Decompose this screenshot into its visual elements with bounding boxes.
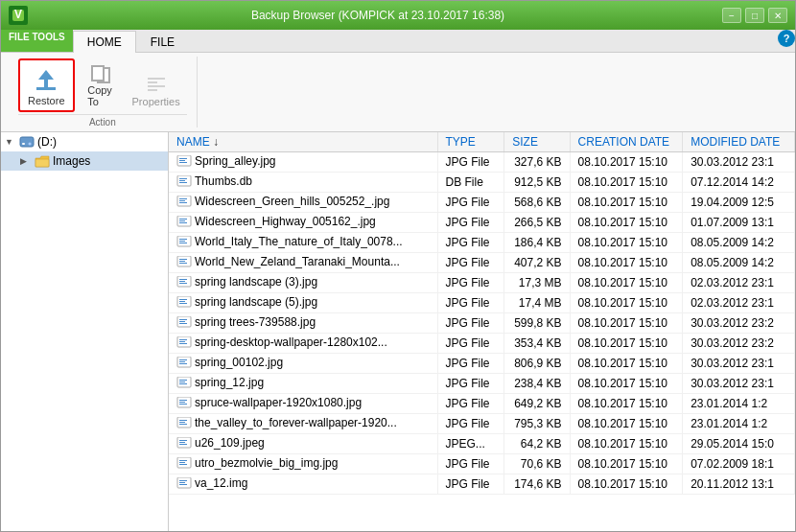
close-button[interactable]: ✕ (768, 8, 787, 23)
tab-file[interactable]: FILE (136, 31, 189, 53)
ribbon: FILE TOOLS HOME FILE ? (1, 30, 795, 132)
cell-name: the_valley_to_forever-wallpaper-1920... (169, 414, 437, 434)
cell-size: 186,4 KB (504, 233, 570, 253)
table-row[interactable]: World_Italy_The_nature_of_Italy_0078... … (169, 233, 795, 253)
table-row[interactable]: spring_00102.jpg JPG File806,9 KB08.10.2… (169, 354, 795, 374)
copy-to-button[interactable]: CopyTo (79, 57, 122, 112)
cell-name: spring trees-739588.jpg (169, 313, 437, 334)
cell-size: 70,6 KB (504, 454, 570, 474)
folder-icon (35, 153, 50, 169)
table-row[interactable]: Widescreen_Green_hills_005252_.jpg JPG F… (169, 193, 795, 213)
cell-name: u26_109.jpeg (169, 434, 437, 454)
col-header-creation[interactable]: CREATION DATE (570, 132, 683, 152)
svg-rect-49 (179, 363, 187, 364)
sidebar-item-images[interactable]: ▶ Images (1, 151, 168, 171)
table-row[interactable]: spring landscape (5).jpg JPG File17,4 MB… (169, 293, 795, 313)
svg-rect-68 (179, 462, 185, 463)
cell-type: JPG File (437, 273, 504, 293)
cell-name: spring landscape (3).jpg (169, 273, 437, 293)
svg-rect-24 (179, 241, 185, 242)
svg-rect-12 (179, 180, 185, 181)
table-row[interactable]: spring-desktop-wallpaper-1280x102... JPG… (169, 334, 795, 354)
maximize-button[interactable]: □ (745, 8, 764, 23)
col-header-type[interactable]: TYPE (437, 132, 504, 152)
table-row[interactable]: u26_109.jpeg JPEG...64,2 KB08.10.2017 15… (169, 434, 795, 454)
cell-creation: 08.10.2017 15:10 (570, 293, 683, 313)
cell-type: JPEG... (437, 434, 504, 454)
help-button[interactable]: ? (778, 30, 795, 47)
ribbon-content: Restore CopyTo (1, 53, 795, 131)
table-row[interactable]: spring_12.jpg JPG File238,4 KB08.10.2017… (169, 374, 795, 394)
sidebar: ▼ (D:) ▶ Images (1, 132, 169, 532)
cell-creation: 08.10.2017 15:10 (570, 414, 683, 434)
table-row[interactable]: spring landscape (3).jpg JPG File17,3 MB… (169, 273, 795, 293)
table-row[interactable]: utro_bezmolvie_big_img.jpg JPG File70,6 … (169, 454, 795, 474)
restore-button[interactable]: Restore (18, 58, 75, 112)
cell-size: 599,8 KB (504, 313, 570, 334)
svg-rect-43 (179, 339, 187, 340)
ribbon-tabs: FILE TOOLS HOME FILE ? (1, 30, 795, 53)
cell-creation: 08.10.2017 15:10 (570, 152, 683, 173)
table-row[interactable]: va_12.img JPG File174,6 KB08.10.2017 15:… (169, 474, 795, 495)
main-area: ▼ (D:) ▶ Images (1, 132, 795, 532)
cell-creation: 08.10.2017 15:10 (570, 173, 683, 193)
cell-name: spruce-wallpaper-1920x1080.jpg (169, 394, 437, 414)
svg-rect-63 (179, 440, 187, 441)
properties-button[interactable]: Properties (126, 68, 187, 112)
table-row[interactable]: Spring_alley.jpg JPG File327,6 KB08.10.2… (169, 152, 795, 173)
properties-label: Properties (132, 96, 180, 107)
cell-name: World_New_Zeland_Taranaki_Mounta... (169, 253, 437, 273)
title-bar: V Backup Browser (KOMPICK at 23.10.2017 … (1, 1, 795, 30)
table-row[interactable]: Thumbs.db DB File912,5 KB08.10.2017 15:1… (169, 173, 795, 193)
ribbon-buttons: Restore CopyTo (18, 57, 187, 112)
table-row[interactable]: spruce-wallpaper-1920x1080.jpg JPG File6… (169, 394, 795, 414)
svg-rect-57 (179, 404, 187, 405)
svg-rect-31 (179, 279, 187, 280)
cell-creation: 08.10.2017 15:10 (570, 394, 683, 414)
copy-icon (88, 61, 111, 84)
sidebar-item-drive-d[interactable]: ▼ (D:) (1, 132, 168, 151)
svg-rect-65 (179, 444, 187, 445)
cell-creation: 08.10.2017 15:10 (570, 454, 683, 474)
file-tools-tab[interactable]: FILE TOOLS (1, 30, 73, 52)
minimize-button[interactable]: − (722, 8, 741, 23)
svg-rect-71 (179, 480, 187, 481)
copy-label: CopyTo (87, 84, 112, 107)
cell-type: JPG File (437, 474, 504, 495)
cell-modified: 30.03.2012 23:1 (683, 354, 795, 374)
cell-creation: 08.10.2017 15:10 (570, 213, 683, 233)
cell-name: Widescreen_Green_hills_005252_.jpg (169, 193, 437, 213)
svg-rect-45 (179, 343, 187, 344)
cell-modified: 08.05.2009 14:2 (683, 233, 795, 253)
cell-size: 912,5 KB (504, 173, 570, 193)
window-controls: − □ ✕ (722, 8, 787, 23)
cell-name: World_Italy_The_nature_of_Italy_0078... (169, 233, 437, 253)
svg-rect-9 (179, 162, 187, 163)
table-row[interactable]: spring trees-739588.jpg JPG File599,8 KB… (169, 313, 795, 334)
table-row[interactable]: World_New_Zeland_Taranaki_Mounta... JPG … (169, 253, 795, 273)
table-row[interactable]: Widescreen_Highway_005162_.jpg JPG File2… (169, 213, 795, 233)
col-header-name[interactable]: NAME ↓ (169, 132, 437, 152)
svg-rect-35 (179, 299, 187, 300)
cell-type: JPG File (437, 233, 504, 253)
col-header-modified[interactable]: MODIFIED DATE (683, 132, 795, 152)
svg-rect-40 (179, 321, 185, 322)
cell-name: spring_00102.jpg (169, 354, 437, 374)
cell-modified: 08.05.2009 14:2 (683, 253, 795, 273)
cell-name: va_12.img (169, 474, 437, 495)
cell-modified: 20.11.2012 13:1 (683, 474, 795, 495)
table-row[interactable]: the_valley_to_forever-wallpaper-1920... … (169, 414, 795, 434)
svg-rect-7 (179, 158, 187, 159)
cell-creation: 08.10.2017 15:10 (570, 233, 683, 253)
svg-rect-21 (179, 222, 187, 223)
cell-name: spring landscape (5).jpg (169, 293, 437, 313)
svg-rect-27 (179, 259, 187, 260)
svg-rect-56 (179, 402, 185, 403)
tab-home[interactable]: HOME (73, 31, 136, 53)
cell-creation: 08.10.2017 15:10 (570, 374, 683, 394)
svg-rect-39 (179, 319, 187, 320)
col-header-size[interactable]: SIZE (504, 132, 570, 152)
file-scroll-area[interactable]: NAME ↓ TYPE SIZE CREATION DATE (169, 132, 795, 532)
cell-name: spring_12.jpg (169, 374, 437, 394)
cell-type: JPG File (437, 293, 504, 313)
